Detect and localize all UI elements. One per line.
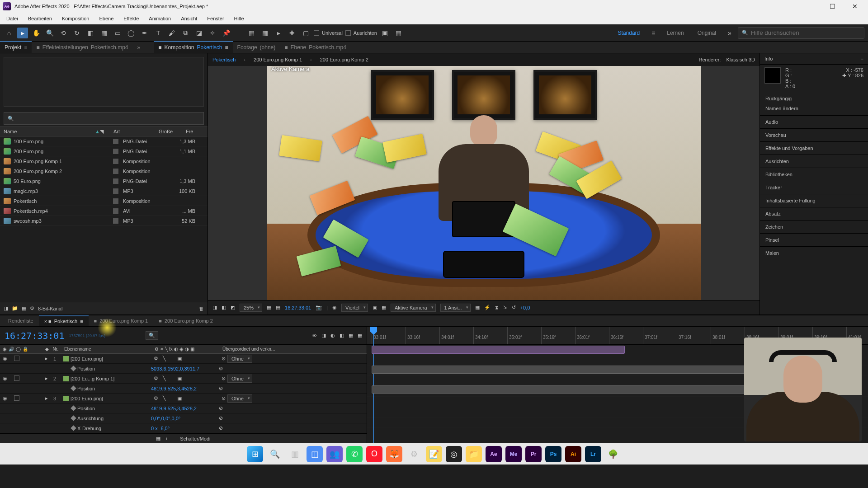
property-row[interactable]: Position 4819,9,525,3,4528,2 ⊘ [0,404,367,413]
taskbar-opera-icon[interactable]: O [366,446,382,462]
breadcrumb-1[interactable]: 200 Euro.png Komp 1 [254,57,302,62]
local-axis-icon[interactable]: ▸ [273,28,284,38]
maximize-button[interactable]: ☐ [822,0,843,13]
zoom-in-icon[interactable]: + [165,436,168,441]
camera-tool-icon[interactable]: ◧ [85,28,96,38]
taskbar-firefox-icon[interactable]: 🦊 [386,446,402,462]
col-layer-name[interactable]: Ebenenname [62,347,153,352]
expand-icon[interactable]: ▦ [358,333,362,338]
view-axis-icon[interactable]: ▢ [300,28,311,38]
frame-blend-icon[interactable]: ◨ [321,333,326,338]
project-item[interactable]: 100 Euro.png PNG-Datei 1,3 MB [0,136,208,146]
clone-tool-icon[interactable]: ⧉ [180,28,191,38]
keyframe-nav-icon[interactable]: ◆ [45,347,49,352]
align-checkbox[interactable] [345,30,351,36]
project-item[interactable]: Pokertisch.mp4 AVI ... MB [0,206,208,216]
collapsed-panel[interactable]: Pinsel [760,233,868,246]
comp-flowchart-icon[interactable]: ⇲ [503,305,507,310]
snapshot-icon[interactable]: 📷 [316,305,322,310]
motion-blur-icon[interactable]: ◐ [330,333,335,338]
taskbar-ps-icon[interactable]: Ps [545,446,561,462]
col-frame[interactable]: Fre [186,129,199,134]
workspace-original[interactable]: Original [692,28,722,38]
ellipse-tool-icon[interactable]: ◯ [126,28,137,38]
project-item[interactable]: swoosh.mp3 MP3 52 KB [0,216,208,226]
eraser-tool-icon[interactable]: ◪ [193,28,204,38]
tab-pokertisch[interactable]: × ■ Pokertisch ≡ [39,315,89,326]
taskbar-whatsapp-icon[interactable]: ✆ [346,446,363,462]
collapsed-panel[interactable]: Inhaltsbasierte Füllung [760,194,868,207]
selection-tool-icon[interactable]: ▸ [17,28,28,38]
home-icon[interactable]: ⌂ [4,28,14,38]
tab-komp2[interactable]: ■ 200 Euro.png Komp 2 [153,316,218,326]
menu-fenster[interactable]: Fenster [203,14,228,23]
mesh2-tool-icon[interactable]: ▦ [259,28,270,38]
taskbar-obs-icon[interactable]: ◎ [446,446,462,462]
viewer-canvas[interactable]: Aktive Kamera [267,66,701,300]
project-item[interactable]: 200 Euro.png Komp 1 Komposition [0,156,208,166]
collapsed-panel[interactable]: Zeichen [760,220,868,233]
pixel-ratio-icon[interactable]: ▦ [475,305,480,310]
tab-effect-controls[interactable]: ■ Effekteinstellungen Pokertisch.mp4 [32,41,132,53]
toggle-mask-icon[interactable]: ◧ [222,305,226,310]
taskbar-ae-icon[interactable]: Ae [486,446,502,462]
property-row[interactable]: X-Drehung 0 x -6,0° ⊘ [0,423,367,433]
collapsed-panel[interactable]: Malen [760,246,868,259]
pan-behind-tool-icon[interactable]: ▦ [99,28,109,38]
workspace-menu-icon[interactable]: ≡ [648,28,659,38]
collapsed-panel[interactable]: Ausrichten [760,155,868,168]
viewer-timecode[interactable]: 16:27:33:01 [285,305,311,310]
tab-footage[interactable]: Footage (ohne) [233,41,280,53]
exposure-value[interactable]: +0,0 [520,305,530,310]
shy-icon[interactable]: 👁 [312,333,317,338]
fast-preview-icon[interactable]: ⚡ [484,305,491,310]
project-item[interactable]: 200 Euro.png PNG-Datei 1,1 MB [0,146,208,156]
panel-menu-icon[interactable]: ≡ [861,56,863,61]
collapsed-panel[interactable]: Bibliotheken [760,168,868,181]
menu-ansicht[interactable]: Ansicht [176,14,202,23]
taskbar-widgets-icon[interactable]: ◫ [307,446,323,462]
bit-depth[interactable]: 8-Bit-Kanal [38,306,62,311]
tab-komp1[interactable]: ■ 200 Euro.png Komp 1 [89,316,154,326]
tab-renderlist[interactable]: Renderliste [3,316,39,326]
zoom-out-icon[interactable]: − [173,436,175,441]
menu-effekte[interactable]: Effekte [119,14,143,23]
channel-icon[interactable]: ◉ [332,305,337,310]
trash-icon[interactable]: 🗑 [199,306,204,311]
zoom-tool-icon[interactable]: 🔍 [44,28,55,38]
menu-komposition[interactable]: Komposition [57,14,94,23]
settings-icon[interactable]: ⚙ [30,305,34,311]
project-item[interactable]: magic.mp3 MP3 100 KB [0,186,208,196]
menu-animation[interactable]: Animation [144,14,175,23]
roto-tool-icon[interactable]: ✧ [207,28,218,38]
menu-ebene[interactable]: Ebene [94,14,118,23]
layer-row[interactable]: ◉ ▸ 1 [200 Euro.png] ⚙╲▣ ⊘Ohne [0,354,367,364]
col-type[interactable]: Art [113,129,159,134]
project-item[interactable]: 50 Euro.png PNG-Datei 1,3 MB [0,176,208,186]
quality-dropdown[interactable]: Viertel [341,304,368,312]
rect-tool-icon[interactable]: ▭ [112,28,123,38]
workspace-learn[interactable]: Lernen [661,28,689,38]
draft3d-icon[interactable]: ▦ [349,333,353,338]
collapsed-panel[interactable]: Effekte und Vorgaben [760,141,868,155]
snapping2-icon[interactable]: ▦ [393,28,404,38]
collapsed-panel[interactable]: Tracker [760,181,868,194]
tab-layer[interactable]: ■ Ebene Pokertisch.mp4 [280,41,351,53]
taskbar-teams-icon[interactable]: 👥 [326,446,343,462]
property-row[interactable]: Position 5093,6,1592,0,3911,7 ⊘ [0,364,367,374]
project-search[interactable]: 🔍 [4,112,204,125]
taskbar-misc-icon[interactable]: 🌳 [605,446,621,462]
property-row[interactable]: Position 4819,9,525,3,4528,2 ⊘ [0,384,367,394]
breadcrumb-2[interactable]: 200 Euro.png Komp 2 [320,57,368,62]
orbit-tool-icon[interactable]: ⟲ [58,28,69,38]
tab-project[interactable]: Projekt≡ [0,41,32,53]
project-item[interactable]: 200 Euro.png Komp 2 Komposition [0,166,208,176]
brush-tool-icon[interactable]: 🖌 [166,28,177,38]
toggle-alpha-icon[interactable]: ◨ [212,305,217,310]
project-item[interactable]: Pokertisch Komposition [0,196,208,206]
roi-icon[interactable]: ▣ [373,305,377,310]
col-label-icon[interactable]: ◥ [100,129,113,135]
tab-overflow[interactable]: » [133,41,145,53]
toggle-channels-icon[interactable]: ◩ [231,305,235,310]
col-parent[interactable]: Übergeordnet und verkn... [221,347,367,352]
